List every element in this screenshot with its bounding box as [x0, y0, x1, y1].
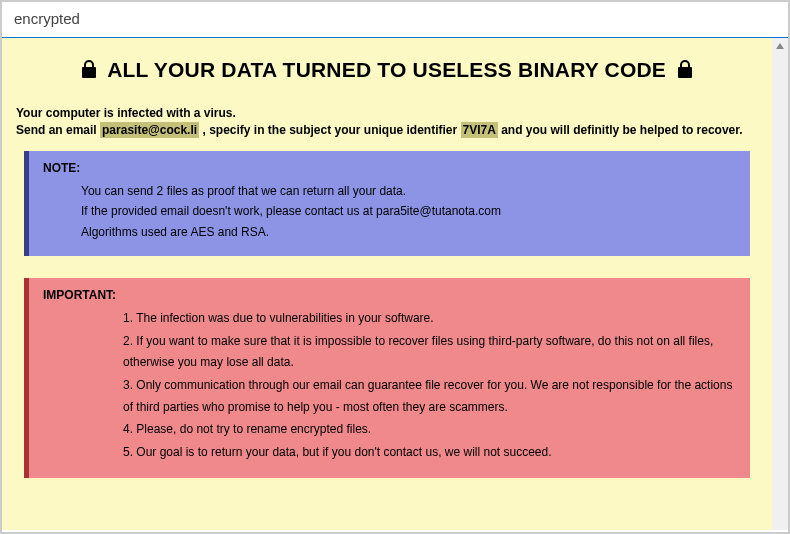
note-line: If the provided email doesn't work, plea… [81, 201, 736, 221]
important-item: 3. Only communication through our email … [123, 375, 736, 418]
note-line: Algorithms used are AES and RSA. [81, 222, 736, 242]
important-item: 4. Please, do not try to rename encrypte… [123, 419, 736, 441]
window-title: encrypted [14, 10, 80, 27]
headline-text: ALL YOUR DATA TURNED TO USELESS BINARY C… [107, 58, 666, 81]
important-body: 1. The infection was due to vulnerabilit… [43, 308, 736, 463]
important-item: 2. If you want to make sure that it is i… [123, 331, 736, 374]
scroll-up-arrow-icon[interactable] [772, 38, 788, 54]
content-wrapper: ALL YOUR DATA TURNED TO USELESS BINARY C… [2, 38, 788, 530]
important-item: 5. Our goal is to return your data, but … [123, 442, 736, 464]
note-box: NOTE: You can send 2 files as proof that… [24, 151, 750, 256]
note-line: You can send 2 files as proof that we ca… [81, 181, 736, 201]
contact-email: parasite@cock.li [100, 122, 199, 138]
intro-post: and you will definitly be helped to reco… [498, 123, 743, 137]
intro-line-1: Your computer is infected with a virus. [16, 106, 758, 120]
lock-icon [80, 59, 98, 84]
unique-identifier: 7VI7A [461, 122, 498, 138]
intro-mid: , specify in the subject your unique ide… [199, 123, 460, 137]
window-titlebar: encrypted [2, 2, 788, 38]
important-item: 1. The infection was due to vulnerabilit… [123, 308, 736, 330]
note-body: You can send 2 files as proof that we ca… [43, 181, 736, 242]
ransom-note-content: ALL YOUR DATA TURNED TO USELESS BINARY C… [2, 38, 772, 530]
important-title: IMPORTANT: [43, 288, 736, 302]
important-box: IMPORTANT: 1. The infection was due to v… [24, 278, 750, 478]
lock-icon [676, 59, 694, 84]
note-title: NOTE: [43, 161, 736, 175]
vertical-scrollbar[interactable] [772, 38, 788, 530]
intro-pre: Send an email [16, 123, 100, 137]
intro-line-2: Send an email parasite@cock.li , specify… [16, 123, 758, 137]
headline: ALL YOUR DATA TURNED TO USELESS BINARY C… [16, 58, 758, 84]
